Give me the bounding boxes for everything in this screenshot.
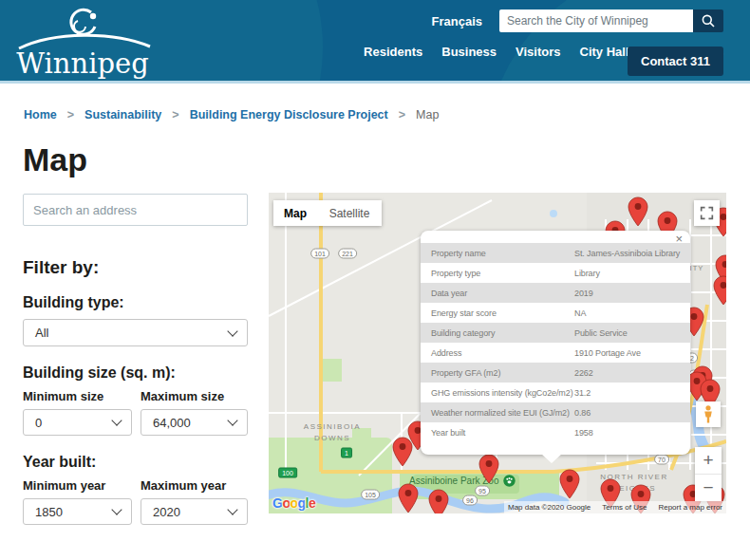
language-link[interactable]: Français bbox=[432, 14, 482, 28]
breadcrumb-link[interactable]: Map bbox=[416, 108, 439, 121]
map-pin-icon[interactable] bbox=[429, 490, 448, 513]
site-search-input[interactable] bbox=[499, 9, 693, 32]
nav-item[interactable]: Visitors bbox=[516, 45, 560, 59]
site-search bbox=[499, 9, 723, 32]
property-row-value: 1958 bbox=[574, 428, 593, 438]
property-row-value: Library bbox=[574, 269, 600, 278]
property-row-label: Year built bbox=[431, 428, 465, 438]
street-view-pegman-button[interactable] bbox=[696, 401, 721, 427]
fullscreen-button[interactable] bbox=[694, 200, 720, 226]
google-logo-letter: g bbox=[298, 495, 306, 511]
fullscreen-icon bbox=[700, 206, 714, 220]
property-row-label: Energy star score bbox=[431, 308, 497, 318]
property-table-row: Property name St. James-Assiniboia Libra… bbox=[421, 243, 690, 263]
property-row-value: 2262 bbox=[574, 368, 593, 378]
property-table-row: GHG emissions intensity (kgCo2e/m2) 31.2 bbox=[421, 383, 690, 402]
property-row-value: 0.86 bbox=[574, 408, 591, 418]
max-size-value: 64,000 bbox=[153, 416, 191, 430]
property-table: Property name St. James-Assiniboia Libra… bbox=[421, 243, 690, 442]
breadcrumb-link[interactable]: Building Energy Disclosure Project bbox=[190, 108, 388, 121]
contact-311-button[interactable]: Contact 311 bbox=[628, 47, 723, 76]
zoom-in-button[interactable]: + bbox=[695, 447, 722, 475]
year-built-heading: Year built: bbox=[23, 454, 248, 471]
property-row-label: Property type bbox=[431, 269, 480, 278]
building-type-value: All bbox=[35, 326, 48, 340]
map-type-map-button[interactable]: Map bbox=[273, 200, 317, 226]
property-row-value: 2019 bbox=[574, 289, 593, 298]
map-pin-icon[interactable] bbox=[560, 470, 579, 498]
breadcrumb-separator: > bbox=[67, 108, 74, 121]
property-table-row: Building category Public Service bbox=[421, 323, 690, 343]
google-logo-letter: o bbox=[290, 495, 297, 511]
map-pin-icon[interactable] bbox=[399, 484, 418, 513]
breadcrumb: Home > Sustainability > Building Energy … bbox=[24, 108, 439, 121]
breadcrumb-link[interactable]: Home bbox=[24, 108, 57, 121]
property-row-value: 31.2 bbox=[574, 388, 591, 398]
site-header: Winnipeg Français ResidentsBusinessVisit… bbox=[0, 0, 750, 84]
max-size-select[interactable]: 64,000 bbox=[141, 409, 248, 436]
min-size-value: 0 bbox=[35, 416, 42, 430]
property-row-value: St. James-Assiniboia Library bbox=[574, 249, 680, 258]
min-year-select[interactable]: 1850 bbox=[23, 498, 132, 525]
property-row-label: Property name bbox=[431, 249, 486, 258]
winnipeg-logo[interactable]: Winnipeg bbox=[11, 4, 154, 80]
property-row-label: Building category bbox=[431, 328, 495, 338]
map-attribution: Map data ©2020 Google Terms of Use Repor… bbox=[504, 501, 726, 513]
map-pin-icon[interactable] bbox=[393, 438, 412, 466]
min-year-value: 1850 bbox=[35, 505, 63, 519]
property-table-row: Weather normalized site EUI (GJ/m2) 0.86 bbox=[421, 402, 690, 422]
property-info-popup: × Property name St. James-Assiniboia Lib… bbox=[421, 231, 690, 455]
min-size-select[interactable]: 0 bbox=[23, 409, 132, 436]
filter-sidebar: Filter by: Building type: All Building s… bbox=[23, 194, 248, 525]
property-table-row: Year built 1958 bbox=[421, 422, 690, 442]
building-type-select[interactable]: All bbox=[23, 319, 248, 346]
zoom-out-button[interactable]: − bbox=[695, 475, 722, 501]
filter-by-heading: Filter by: bbox=[23, 257, 248, 278]
property-row-label: Property GFA (m2) bbox=[431, 368, 500, 378]
google-logo-letter: e bbox=[309, 495, 315, 511]
map-pin-icon[interactable] bbox=[714, 276, 726, 305]
breadcrumb-item: Home > bbox=[24, 108, 84, 121]
max-year-value: 2020 bbox=[153, 505, 180, 519]
map-pin-icon[interactable] bbox=[628, 197, 647, 226]
google-logo-letter: G bbox=[272, 495, 282, 511]
zoom-control: + − bbox=[695, 447, 722, 501]
property-row-label: Address bbox=[431, 348, 461, 358]
min-year-label: Minimum year bbox=[23, 478, 132, 493]
popup-pointer bbox=[541, 454, 562, 463]
map-type-control: Map Satellite bbox=[273, 200, 382, 226]
terms-of-use-link[interactable]: Terms of Use bbox=[602, 503, 647, 512]
nav-item[interactable]: Business bbox=[441, 45, 497, 59]
report-map-error-link[interactable]: Report a map error bbox=[658, 503, 722, 512]
breadcrumb-item: Sustainability > bbox=[84, 108, 190, 121]
nav-item[interactable]: Residents bbox=[364, 45, 422, 59]
breadcrumb-separator: > bbox=[172, 108, 178, 121]
map-pin-icon[interactable] bbox=[479, 455, 498, 483]
property-row-label: GHG emissions intensity (kgCo2e/m2) bbox=[431, 388, 573, 398]
breadcrumb-item: Building Energy Disclosure Project > bbox=[190, 108, 416, 121]
property-table-row: Energy star score NA bbox=[421, 303, 690, 323]
max-size-label: Maximum size bbox=[141, 389, 248, 403]
svg-text:Winnipeg: Winnipeg bbox=[16, 47, 149, 80]
property-row-label: Data year bbox=[431, 289, 467, 298]
property-row-label: Weather normalized site EUI (GJ/m2) bbox=[431, 408, 570, 418]
map-data-attribution: Map data ©2020 Google bbox=[508, 503, 591, 512]
map-type-satellite-button[interactable]: Satellite bbox=[317, 200, 382, 226]
property-row-value: 1910 Portage Ave bbox=[574, 348, 641, 358]
max-year-label: Maximum year bbox=[141, 478, 248, 493]
breadcrumb-link[interactable]: Sustainability bbox=[84, 108, 161, 121]
site-search-button[interactable] bbox=[693, 9, 723, 32]
max-year-select[interactable]: 2020 bbox=[141, 498, 248, 525]
map-canvas[interactable]: ASSINIBOIA DOWNS Assiniboine Park Zoo NO… bbox=[269, 193, 726, 513]
breadcrumb-item: Map > bbox=[416, 108, 439, 121]
property-table-row: Property GFA (m2) 2262 bbox=[421, 363, 690, 383]
property-row-value: NA bbox=[574, 308, 586, 318]
google-logo[interactable]: Google bbox=[272, 495, 315, 511]
breadcrumb-separator: > bbox=[399, 108, 405, 121]
page-title: Map bbox=[23, 141, 87, 178]
property-table-row: Address 1910 Portage Ave bbox=[421, 343, 690, 363]
property-row-value: Public Service bbox=[574, 328, 628, 338]
address-search-input[interactable] bbox=[23, 194, 248, 226]
nav-item[interactable]: City Hall bbox=[580, 45, 629, 59]
min-size-label: Minimum size bbox=[23, 389, 132, 403]
